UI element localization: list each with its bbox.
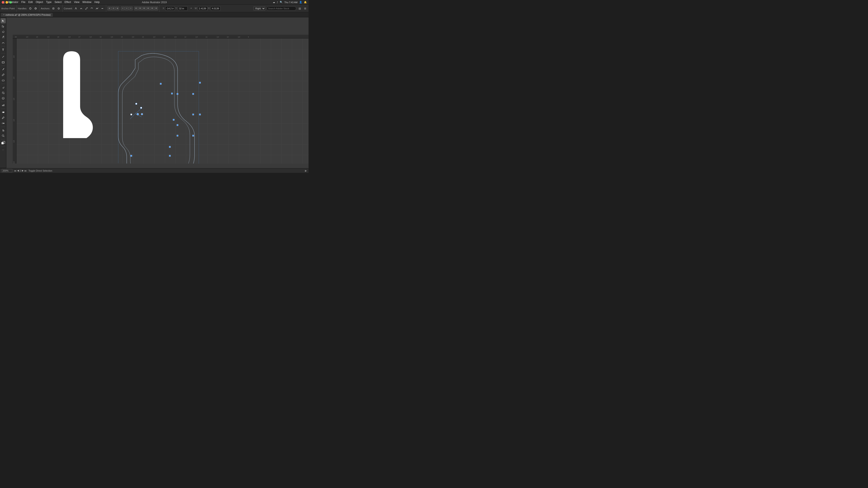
tool-fill-stroke[interactable]	[1, 140, 6, 145]
panel-toggle-icon[interactable]: ▤	[298, 6, 302, 10]
menu-object[interactable]: Object	[36, 1, 43, 4]
convert-btn-4[interactable]	[89, 6, 94, 11]
selected-anchor[interactable]	[137, 113, 139, 115]
align-middle-btn[interactable]: ≡	[125, 6, 129, 10]
tool-zoom-tool[interactable]	[1, 133, 6, 138]
search-icon[interactable]: 🔍	[280, 1, 283, 4]
menu-select[interactable]: Select	[55, 1, 61, 4]
svg-point-4	[58, 8, 59, 9]
dist-extra3-btn[interactable]: ⦿	[150, 6, 154, 10]
align-right-btn[interactable]: ⊠	[116, 6, 119, 10]
tool-blend[interactable]	[1, 121, 6, 126]
tool-selection[interactable]	[1, 18, 6, 23]
tool-brush[interactable]	[1, 67, 6, 72]
menu-file[interactable]: File	[21, 1, 25, 4]
tool-curvature[interactable]	[1, 40, 6, 45]
handle-circle-2[interactable]	[135, 103, 137, 105]
toggle-label[interactable]: Toggle Direct Selection	[28, 169, 52, 172]
tool-lasso[interactable]	[1, 29, 6, 34]
anchor-sq-5[interactable]	[199, 82, 201, 84]
tab-close-icon[interactable]: ✕	[3, 13, 5, 16]
tool-gradient[interactable]	[1, 110, 6, 115]
anchor-sq-4[interactable]	[192, 93, 194, 95]
x-coord-input[interactable]	[165, 6, 175, 10]
anchor-sq-21[interactable]	[169, 155, 170, 157]
anchor-sq-20[interactable]	[130, 155, 132, 157]
align-top-btn[interactable]: ≡	[121, 6, 125, 10]
menu-view[interactable]: View	[74, 1, 80, 4]
anchor-sq-9[interactable]	[177, 124, 178, 126]
stock-search-input[interactable]	[267, 6, 296, 10]
title-bar-right: ☁ ⤴ 🔍 Thu 7:43 AM 👤 🔔	[273, 1, 307, 4]
align-center-h-btn[interactable]: ⊟	[112, 6, 115, 10]
handles-btn-1[interactable]	[28, 6, 33, 11]
handle-circle-1[interactable]	[140, 107, 142, 109]
next-page-btn[interactable]: ▶	[22, 169, 24, 172]
tool-text[interactable]: T	[1, 47, 6, 52]
dist-extra-btn[interactable]: ⦿	[142, 6, 146, 10]
menu-effect[interactable]: Effect	[65, 1, 71, 4]
anchor-sq-22[interactable]	[169, 146, 170, 148]
main-canvas[interactable]	[17, 38, 309, 164]
ruler-num-1-2-d: 1/2	[89, 36, 92, 38]
zoom-input[interactable]	[2, 169, 12, 172]
tool-warp[interactable]	[1, 96, 6, 101]
align-to-dropdown[interactable]: Right	[253, 6, 265, 10]
convert-btn-1[interactable]	[73, 6, 78, 11]
last-page-btn[interactable]: ⏭	[24, 169, 27, 172]
align-left-btn[interactable]: ⊞	[107, 6, 111, 10]
tool-eyedropper[interactable]	[1, 115, 6, 120]
handles-btn-2[interactable]	[33, 6, 38, 11]
properties-icon[interactable]: ⊞	[303, 6, 307, 10]
tool-line[interactable]	[1, 54, 6, 59]
anchor-sq-2[interactable]	[171, 93, 173, 94]
menu-edit[interactable]: Edit	[28, 1, 33, 4]
user-icon[interactable]: 👤	[299, 1, 302, 4]
convert-btn-6[interactable]	[100, 6, 105, 11]
convert-btn-2[interactable]	[79, 6, 84, 11]
tool-eraser[interactable]	[1, 78, 6, 83]
convert-btn-3[interactable]	[84, 6, 89, 11]
tool-graph[interactable]	[1, 103, 6, 108]
anchor-sq-11[interactable]	[177, 135, 178, 136]
anchor-smooth-btn[interactable]	[56, 6, 61, 11]
dist-extra2-btn[interactable]: ⦿	[146, 6, 150, 10]
link-proportions-btn[interactable]	[189, 6, 193, 11]
anchor-sq-10[interactable]	[192, 135, 194, 136]
tool-pencil[interactable]	[1, 72, 6, 77]
menu-type[interactable]: Type	[46, 1, 52, 4]
tool-scale[interactable]	[1, 90, 6, 95]
anchor-sq-7[interactable]	[199, 114, 201, 115]
anchor-sq-8[interactable]	[173, 119, 175, 121]
dist-v-btn[interactable]: ⦿	[138, 6, 142, 10]
document-tab[interactable]: ✕ esthesis.ai* @ 200% (CMYK/GPU Preview)	[1, 13, 53, 17]
anchor-corner-btn[interactable]	[51, 6, 56, 11]
tool-rect[interactable]	[1, 60, 6, 65]
convert-btn-5[interactable]	[95, 6, 99, 11]
apple-menu[interactable]: 	[4, 1, 5, 4]
anchor-sq-1[interactable]	[160, 83, 161, 85]
width-input[interactable]	[198, 6, 208, 10]
tool-direct-selection[interactable]	[1, 24, 6, 29]
height-input[interactable]	[211, 6, 220, 10]
menu-help[interactable]: Help	[94, 1, 100, 4]
tool-hand[interactable]	[1, 128, 6, 133]
anchor-sq-selected[interactable]	[130, 114, 132, 115]
menu-window[interactable]: Window	[83, 1, 92, 4]
handle-end-circle[interactable]	[141, 113, 143, 115]
prev-page-btn[interactable]: ◀	[17, 169, 19, 172]
zoom-control[interactable]: 200%	[2, 169, 12, 172]
tool-rotate[interactable]	[1, 85, 6, 90]
y-coord-input[interactable]	[178, 6, 188, 10]
tool-pen[interactable]	[1, 35, 6, 40]
tool-more[interactable]: ···	[1, 147, 6, 152]
notification-icon[interactable]: 🔔	[304, 1, 307, 4]
align-bottom-btn[interactable]: ≡	[129, 6, 133, 10]
dist-h-btn[interactable]: ⦿	[134, 6, 138, 10]
status-arrow-icon[interactable]: ▶	[305, 169, 307, 172]
dist-extra4-btn[interactable]: ⦿	[154, 6, 158, 10]
anchor-sq-3[interactable]	[177, 93, 178, 95]
menu-illustrator[interactable]: Illustrator	[8, 1, 18, 4]
first-page-btn[interactable]: ⏮	[14, 169, 16, 172]
anchor-sq-6[interactable]	[192, 114, 194, 115]
